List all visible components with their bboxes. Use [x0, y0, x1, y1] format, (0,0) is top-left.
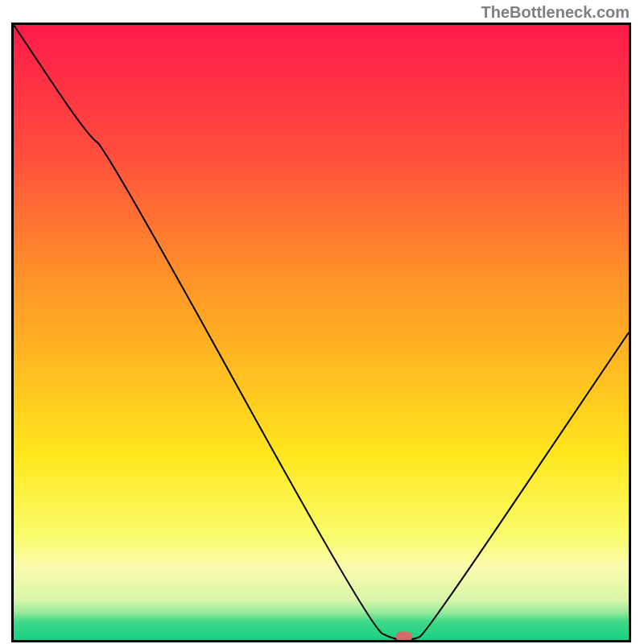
watermark-text: TheBottleneck.com — [481, 3, 630, 22]
bottleneck-curve — [14, 25, 629, 640]
optimum-marker — [396, 632, 412, 642]
chart-frame — [11, 23, 631, 642]
chart-area — [14, 25, 629, 640]
